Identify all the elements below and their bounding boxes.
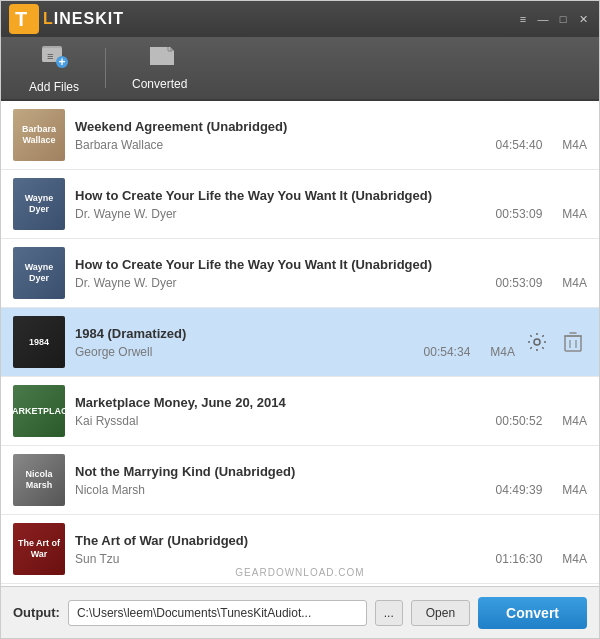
track-info: How to Create Your Life the Way You Want… — [75, 188, 587, 221]
close-button[interactable]: ✕ — [575, 11, 591, 27]
converted-label: Converted — [132, 77, 187, 91]
track-thumb-text: Wayne Dyer — [13, 260, 65, 286]
svg-text:+: + — [59, 55, 66, 69]
track-item[interactable]: Nicola Marsh Not the Marrying Kind (Unab… — [1, 446, 599, 515]
track-meta: Sun Tzu 01:16:30 M4A — [75, 552, 587, 566]
track-title: Weekend Agreement (Unabridged) — [75, 119, 587, 134]
track-list: Barbara Wallace Weekend Agreement (Unabr… — [1, 101, 599, 586]
track-title: Marketplace Money, June 20, 2014 — [75, 395, 587, 410]
logo-icon: T — [9, 4, 39, 34]
track-meta: Kai Ryssdal 00:50:52 M4A — [75, 414, 587, 428]
track-duration: 01:16:30 — [496, 552, 543, 566]
main-window: T lineskit ≡ — □ ✕ ≡ + — [0, 0, 600, 639]
track-duration: 00:54:34 — [424, 345, 471, 359]
track-thumbnail: 1984 — [13, 316, 65, 368]
open-button[interactable]: Open — [411, 600, 470, 626]
add-files-label: Add Files — [29, 80, 79, 94]
track-info: The Art of War (Unabridged) Sun Tzu 01:1… — [75, 533, 587, 566]
maximize-button[interactable]: □ — [555, 11, 571, 27]
track-item[interactable]: 1984 1984 (Dramatized) George Orwell 00:… — [1, 308, 599, 377]
track-duration: 04:49:39 — [496, 483, 543, 497]
track-duration: 00:50:52 — [496, 414, 543, 428]
track-format: M4A — [562, 276, 587, 290]
title-bar: T lineskit ≡ — □ ✕ — [1, 1, 599, 37]
track-title: How to Create Your Life the Way You Want… — [75, 257, 587, 272]
track-actions — [523, 328, 587, 356]
delete-button[interactable] — [559, 328, 587, 356]
add-files-icon: ≡ + — [40, 42, 68, 76]
track-title: The Art of War (Unabridged) — [75, 533, 587, 548]
track-author: Barbara Wallace — [75, 138, 476, 152]
track-author: Sun Tzu — [75, 552, 476, 566]
track-thumbnail: MARKETPLACE — [13, 385, 65, 437]
toolbar: ≡ + Add Files Converted — [1, 37, 599, 101]
title-bar-controls: ≡ — □ ✕ — [515, 11, 591, 27]
track-item[interactable]: MARKETPLACE Marketplace Money, June 20, … — [1, 377, 599, 446]
track-format: M4A — [490, 345, 515, 359]
converted-button[interactable]: Converted — [114, 39, 205, 97]
track-item[interactable]: Wayne Dyer How to Create Your Life the W… — [1, 170, 599, 239]
output-label: Output: — [13, 605, 60, 620]
track-thumbnail: Wayne Dyer — [13, 178, 65, 230]
track-meta: Dr. Wayne W. Dyer 00:53:09 M4A — [75, 276, 587, 290]
settings-button[interactable] — [523, 328, 551, 356]
track-meta: Barbara Wallace 04:54:40 M4A — [75, 138, 587, 152]
track-format: M4A — [562, 483, 587, 497]
track-meta: Dr. Wayne W. Dyer 00:53:09 M4A — [75, 207, 587, 221]
minimize-button[interactable]: — — [535, 11, 551, 27]
svg-text:≡: ≡ — [47, 50, 53, 62]
app-logo: T lineskit — [9, 4, 124, 34]
track-title: 1984 (Dramatized) — [75, 326, 515, 341]
track-info: 1984 (Dramatized) George Orwell 00:54:34… — [75, 326, 515, 359]
track-thumb-text: Wayne Dyer — [13, 191, 65, 217]
svg-rect-8 — [565, 336, 581, 351]
track-thumb-text: 1984 — [27, 335, 51, 350]
add-files-button[interactable]: ≡ + Add Files — [11, 36, 97, 100]
track-duration: 00:53:09 — [496, 207, 543, 221]
bottom-bar: Output: C:\Users\leem\Documents\TunesKit… — [1, 586, 599, 638]
track-thumb-text: Barbara Wallace — [13, 122, 65, 148]
track-thumbnail: Wayne Dyer — [13, 247, 65, 299]
track-author: Nicola Marsh — [75, 483, 476, 497]
svg-point-7 — [534, 339, 540, 345]
track-author: Dr. Wayne W. Dyer — [75, 276, 476, 290]
browse-button[interactable]: ... — [375, 600, 403, 626]
track-info: Not the Marrying Kind (Unabridged) Nicol… — [75, 464, 587, 497]
track-info: Weekend Agreement (Unabridged) Barbara W… — [75, 119, 587, 152]
output-path: C:\Users\leem\Documents\TunesKitAudiot..… — [68, 600, 367, 626]
track-author: Dr. Wayne W. Dyer — [75, 207, 476, 221]
track-item[interactable]: Barbara Wallace Weekend Agreement (Unabr… — [1, 101, 599, 170]
track-thumbnail: The Art of War — [13, 523, 65, 575]
track-format: M4A — [562, 207, 587, 221]
track-author: George Orwell — [75, 345, 404, 359]
track-info: How to Create Your Life the Way You Want… — [75, 257, 587, 290]
converted-icon — [146, 45, 174, 73]
track-title: How to Create Your Life the Way You Want… — [75, 188, 587, 203]
track-info: Marketplace Money, June 20, 2014 Kai Rys… — [75, 395, 587, 428]
title-bar-left: T lineskit — [9, 4, 124, 34]
track-thumbnail: Nicola Marsh — [13, 454, 65, 506]
convert-button[interactable]: Convert — [478, 597, 587, 629]
track-thumb-text: Nicola Marsh — [13, 467, 65, 493]
track-thumb-text: The Art of War — [13, 536, 65, 562]
track-meta: George Orwell 00:54:34 M4A — [75, 345, 515, 359]
toolbar-divider — [105, 48, 106, 88]
track-duration: 00:53:09 — [496, 276, 543, 290]
menu-button[interactable]: ≡ — [515, 11, 531, 27]
track-format: M4A — [562, 414, 587, 428]
track-title: Not the Marrying Kind (Unabridged) — [75, 464, 587, 479]
track-format: M4A — [562, 552, 587, 566]
svg-text:T: T — [15, 8, 27, 30]
track-format: M4A — [562, 138, 587, 152]
track-item[interactable]: Wayne Dyer How to Create Your Life the W… — [1, 239, 599, 308]
app-name: lineskit — [43, 10, 124, 28]
track-duration: 04:54:40 — [496, 138, 543, 152]
track-item[interactable]: The Art of War The Art of War (Unabridge… — [1, 515, 599, 584]
track-author: Kai Ryssdal — [75, 414, 476, 428]
track-thumb-text: MARKETPLACE — [13, 404, 65, 419]
track-meta: Nicola Marsh 04:49:39 M4A — [75, 483, 587, 497]
track-thumbnail: Barbara Wallace — [13, 109, 65, 161]
